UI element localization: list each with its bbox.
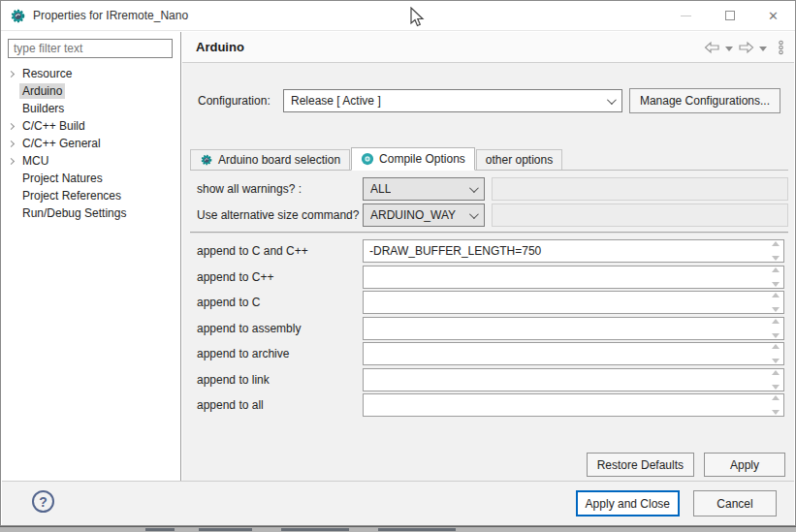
footer-bar: ? Apply and Close Cancel [2, 481, 794, 525]
size-command-value: ARDUINO_WAY [370, 208, 456, 222]
chevron-right-icon[interactable] [2, 141, 19, 146]
append-c-input[interactable] [363, 291, 784, 314]
append-all-row: append to all [190, 393, 788, 417]
back-arrow-icon[interactable] [704, 41, 720, 54]
tab-label: Compile Options [379, 152, 465, 166]
close-icon: ✕ [768, 10, 779, 22]
field-label: append to assembly [190, 322, 363, 335]
background-artifact [281, 528, 349, 531]
sloeber-gear-icon [10, 8, 26, 24]
tab-strip: Arduino board selection Compile Options … [190, 147, 788, 171]
forward-history-dropdown-icon[interactable] [759, 47, 767, 51]
size-command-label: Use alternative size command? : [190, 208, 363, 222]
background-artifact [199, 528, 252, 531]
size-command-select[interactable]: ARDUINO_WAY [363, 203, 485, 227]
compile-options-form: show all warnings? : ALL Use alternative… [190, 177, 788, 420]
field-label: append to archive [190, 347, 363, 360]
sidebar-item-mcu[interactable]: MCU [2, 152, 178, 170]
sidebar-item-arduino[interactable]: Arduino [2, 82, 178, 100]
append-c-row: append to C [190, 291, 788, 314]
apply-and-close-button[interactable]: Apply and Close [576, 490, 680, 516]
title-bar: Properties for IRremote_Nano ✕ [1, 1, 795, 31]
background-artifact [378, 528, 456, 531]
background-artifact [145, 528, 175, 531]
chevron-right-icon[interactable] [2, 72, 19, 77]
append-c-and-cpp-input[interactable] [363, 239, 784, 263]
append-all-input[interactable] [363, 393, 784, 417]
properties-dialog: Properties for IRremote_Nano ✕ Resource … [0, 0, 796, 526]
sidebar-item-label: Builders [19, 101, 67, 116]
size-command-custom-field [492, 203, 788, 227]
sidebar-item-label: Project Natures [19, 171, 106, 186]
append-link-input[interactable] [363, 368, 784, 391]
configuration-select[interactable]: Release [ Active ] [283, 89, 622, 112]
tab-label: other options [486, 153, 553, 167]
configuration-label: Configuration: [198, 94, 270, 108]
tab-compile-options[interactable]: Compile Options [351, 147, 475, 171]
field-label: append to C [190, 296, 363, 309]
maximize-button[interactable] [708, 1, 751, 30]
section-divider [190, 232, 788, 234]
warnings-select[interactable]: ALL [363, 177, 485, 201]
close-button[interactable]: ✕ [751, 1, 795, 30]
sidebar-item-project-natures[interactable]: Project Natures [2, 170, 178, 187]
chevron-down-icon [607, 95, 617, 105]
help-icon[interactable]: ? [32, 490, 54, 513]
chevron-right-icon[interactable] [2, 159, 19, 164]
apply-button[interactable]: Apply [704, 453, 785, 477]
configuration-value: Release [ Active ] [291, 94, 381, 108]
minimize-icon [681, 16, 691, 16]
sidebar: Resource Arduino Builders C/C++ Build C/… [2, 32, 181, 481]
tab-arduino-board-selection[interactable]: Arduino board selection [190, 149, 350, 170]
append-cpp-row: append to C++ [190, 266, 788, 289]
sidebar-item-label: Arduino [19, 83, 65, 99]
warnings-row: show all warnings? : ALL [190, 177, 788, 201]
append-archive-input[interactable] [363, 342, 784, 365]
sidebar-item-builders[interactable]: Builders [2, 100, 178, 117]
sidebar-item-label: Resource [19, 66, 75, 81]
sidebar-item-label: Project References [19, 188, 124, 203]
sidebar-item-label: MCU [19, 153, 51, 169]
compile-options-icon [361, 152, 374, 166]
view-menu-icon[interactable] [778, 40, 784, 55]
warnings-label: show all warnings? : [190, 182, 363, 196]
append-link-row: append to link [190, 368, 788, 391]
sidebar-item-label: Run/Debug Settings [19, 205, 129, 221]
nav-tools [704, 32, 784, 63]
restore-defaults-button[interactable]: Restore Defaults [587, 453, 694, 477]
chevron-right-icon[interactable] [2, 124, 19, 129]
minimize-button[interactable] [664, 1, 708, 30]
sidebar-item-label: C/C++ General [19, 136, 104, 151]
page-title: Arduino [196, 40, 244, 54]
configuration-row: Configuration: Release [ Active ] Manage… [198, 88, 780, 113]
back-history-dropdown-icon[interactable] [725, 47, 733, 51]
forward-arrow-icon[interactable] [738, 41, 754, 54]
size-command-row: Use alternative size command? : ARDUINO_… [190, 203, 788, 227]
sidebar-item-run-debug[interactable]: Run/Debug Settings [2, 204, 178, 222]
append-archive-row: append to archive [190, 342, 788, 365]
tab-other-options[interactable]: other options [476, 149, 562, 170]
chevron-down-icon [469, 183, 479, 193]
field-label: append to link [190, 373, 363, 387]
append-assembly-input[interactable] [363, 317, 784, 340]
sidebar-item-resource[interactable]: Resource [2, 65, 178, 82]
manage-configurations-button[interactable]: Manage Configurations... [629, 88, 780, 113]
field-label: append to C++ [190, 270, 363, 284]
append-c-and-cpp-row: append to C and C++ [190, 239, 788, 263]
background-window-strip [0, 526, 796, 532]
warnings-custom-field [492, 177, 788, 201]
sidebar-item-cpp-build[interactable]: C/C++ Build [2, 117, 178, 135]
window-title: Properties for IRremote_Nano [33, 9, 188, 22]
append-cpp-input[interactable] [363, 266, 784, 289]
cancel-button[interactable]: Cancel [693, 490, 777, 516]
tab-label: Arduino board selection [218, 153, 340, 167]
sidebar-item-project-references[interactable]: Project References [2, 187, 178, 204]
window-controls: ✕ [664, 1, 795, 30]
filter-input[interactable] [8, 39, 173, 58]
sidebar-item-label: C/C++ Build [19, 118, 88, 134]
field-label: append to all [190, 398, 363, 412]
sidebar-item-cpp-general[interactable]: C/C++ General [2, 135, 178, 152]
properties-tree: Resource Arduino Builders C/C++ Build C/… [2, 65, 178, 222]
main-panel: Arduino [182, 32, 794, 481]
maximize-icon [725, 11, 735, 20]
